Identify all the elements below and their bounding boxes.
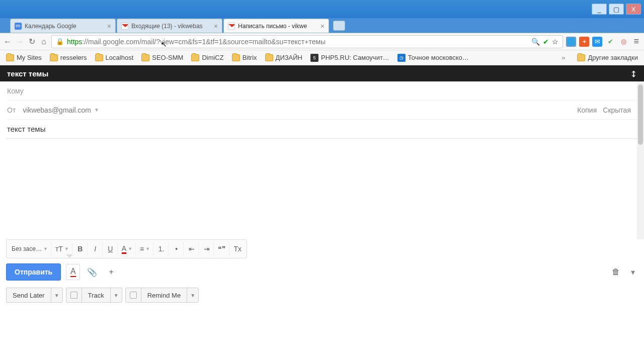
- from-label: От: [7, 106, 16, 114]
- quote-button[interactable]: ❝❞: [215, 242, 229, 256]
- window-titlebar: _ ▢ X: [0, 0, 644, 18]
- align-button[interactable]: ≡▼: [137, 242, 153, 256]
- cc-link[interactable]: Копия: [577, 106, 597, 114]
- bold-button[interactable]: B: [73, 242, 88, 256]
- subject-field[interactable]: текст темы: [7, 120, 637, 139]
- caret-down-icon[interactable]: ▼: [94, 107, 99, 113]
- tab-close-icon[interactable]: ×: [320, 22, 325, 30]
- bookmark-site[interactable]: ◷Точное московско…: [394, 52, 472, 63]
- bcc-link[interactable]: Скрытая: [603, 106, 631, 114]
- track-button[interactable]: Track ▼: [66, 288, 122, 303]
- font-family-select[interactable]: Без засе…▼: [9, 242, 51, 256]
- browser-tab[interactable]: Входящие (13) - vikwebas ×: [117, 19, 222, 33]
- indent-button[interactable]: ⇥: [200, 242, 214, 256]
- send-button[interactable]: Отправить: [6, 263, 61, 281]
- bookmark-folder[interactable]: DimiCZ: [188, 52, 226, 63]
- browser-tab[interactable]: Календарь Google ×: [10, 19, 116, 33]
- caret-down-icon[interactable]: ▼: [187, 293, 198, 298]
- outdent-button[interactable]: ⇤: [185, 242, 199, 256]
- attach-button[interactable]: 📎: [85, 264, 99, 280]
- unordered-list-button[interactable]: •: [170, 242, 184, 256]
- bookmark-star-icon[interactable]: ☆: [552, 38, 558, 46]
- clear-format-button[interactable]: Tx: [230, 242, 245, 256]
- addthis-ext-icon[interactable]: +: [579, 37, 589, 47]
- folder-icon: [577, 54, 585, 61]
- scrollbar-thumb[interactable]: [638, 84, 643, 145]
- compose-title-text: текст темы: [7, 69, 48, 78]
- bookmarks-overflow-button[interactable]: »: [558, 54, 568, 61]
- tab-close-icon[interactable]: ×: [107, 22, 111, 30]
- back-button[interactable]: ←: [3, 37, 12, 46]
- lock-icon: 🔒: [56, 38, 64, 45]
- window-close-button[interactable]: X: [626, 4, 641, 15]
- gmail-icon: [121, 23, 128, 30]
- subject-text: текст темы: [7, 125, 45, 133]
- site-icon: 5: [310, 54, 318, 62]
- bookmark-site[interactable]: 5PHP5.RU: Самоучит…: [307, 52, 392, 63]
- bookmark-folder[interactable]: Bitrix: [229, 52, 260, 63]
- ordered-list-button[interactable]: 1.: [154, 242, 169, 256]
- new-tab-button[interactable]: [333, 21, 345, 31]
- forward-button: →: [15, 37, 24, 46]
- folder-icon: [265, 54, 273, 61]
- plugin-row: Send Later ▼ Track ▼ Remind Me ▼: [0, 286, 644, 309]
- tab-close-icon[interactable]: ×: [214, 22, 218, 30]
- url-text: https://mail.google.com/mail/?view=cm&fs…: [67, 38, 326, 46]
- browser-menu-button[interactable]: ≡: [631, 36, 641, 47]
- window-minimize-button[interactable]: _: [592, 4, 607, 15]
- message-body[interactable]: [7, 139, 637, 239]
- bookmark-folder[interactable]: ДИЗАЙН: [262, 52, 305, 63]
- scrollbar[interactable]: [637, 81, 644, 239]
- bookmark-folder[interactable]: SEO-SMM: [138, 52, 186, 63]
- underline-button[interactable]: U: [104, 242, 118, 256]
- more-options-button[interactable]: ▾: [628, 267, 638, 277]
- status-ok-icon: ✔: [543, 38, 549, 46]
- mail-ext-icon[interactable]: ✉: [592, 37, 602, 47]
- bookmark-folder[interactable]: resselers: [47, 52, 90, 63]
- font-size-button[interactable]: тT▼: [52, 242, 72, 256]
- folder-icon: [6, 54, 14, 61]
- translate-ext-icon[interactable]: 🌐: [566, 37, 576, 47]
- discard-button[interactable]: 🗑: [609, 264, 623, 280]
- bookmark-folder[interactable]: My Sites: [3, 52, 45, 63]
- formatting-toolbar: Без засе…▼ тT▼ B I U A▼ ≡▼ 1. • ⇤ ⇥ ❝❞ T…: [6, 239, 247, 258]
- browser-tab-active[interactable]: Написать письмо - vikwe ×: [223, 19, 329, 33]
- other-bookmarks[interactable]: Другие закладки: [574, 52, 641, 63]
- checkbox-icon[interactable]: [70, 292, 77, 299]
- target-ext-icon[interactable]: ◎: [618, 37, 628, 47]
- compose-titlebar: текст темы ⤡: [0, 65, 644, 81]
- to-field[interactable]: Кому: [7, 81, 637, 101]
- caret-down-icon[interactable]: ▼: [51, 293, 62, 298]
- folder-icon: [141, 54, 149, 61]
- italic-button[interactable]: I: [89, 242, 103, 256]
- bookmark-folder[interactable]: Localhost: [92, 52, 137, 63]
- home-button[interactable]: ⌂: [39, 37, 48, 46]
- browser-tabstrip: Календарь Google × Входящие (13) - vikwe…: [0, 18, 644, 33]
- folder-icon: [191, 54, 199, 61]
- send-row: Отправить A 📎 + 🗑 ▾: [0, 258, 644, 286]
- checkbox-icon[interactable]: [130, 292, 137, 299]
- from-field[interactable]: От vikwebas@gmail.com ▼ Копия Скрытая: [7, 101, 637, 120]
- clock-icon: ◷: [397, 54, 406, 62]
- text-color-button[interactable]: A▼: [119, 242, 136, 256]
- check-ext-icon[interactable]: ✔: [605, 37, 615, 47]
- folder-icon: [232, 54, 240, 61]
- remind-me-button[interactable]: Remind Me ▼: [125, 288, 199, 303]
- send-later-button[interactable]: Send Later ▼: [6, 288, 63, 303]
- window-maximize-button[interactable]: ▢: [609, 4, 624, 15]
- from-email: vikwebas@gmail.com: [23, 106, 91, 114]
- tab-label: Входящие (13) - vikwebas: [131, 23, 212, 30]
- bookmarks-bar: My Sites resselers Localhost SEO-SMM Dim…: [0, 50, 644, 65]
- tab-label: Календарь Google: [25, 23, 105, 30]
- popout-icon[interactable]: ⤡: [628, 68, 639, 79]
- google-icon: [15, 23, 22, 30]
- caret-down-icon[interactable]: ▼: [111, 293, 122, 298]
- gmail-icon: [228, 23, 235, 30]
- address-bar[interactable]: 🔒 https://mail.google.com/mail/?view=cm&…: [51, 35, 563, 48]
- reload-button[interactable]: ↻: [27, 37, 36, 46]
- insert-button[interactable]: +: [104, 264, 118, 280]
- toggle-formatting-button[interactable]: A: [66, 264, 80, 280]
- folder-icon: [95, 54, 103, 61]
- folder-icon: [50, 54, 58, 61]
- zoom-icon[interactable]: 🔍: [531, 38, 540, 46]
